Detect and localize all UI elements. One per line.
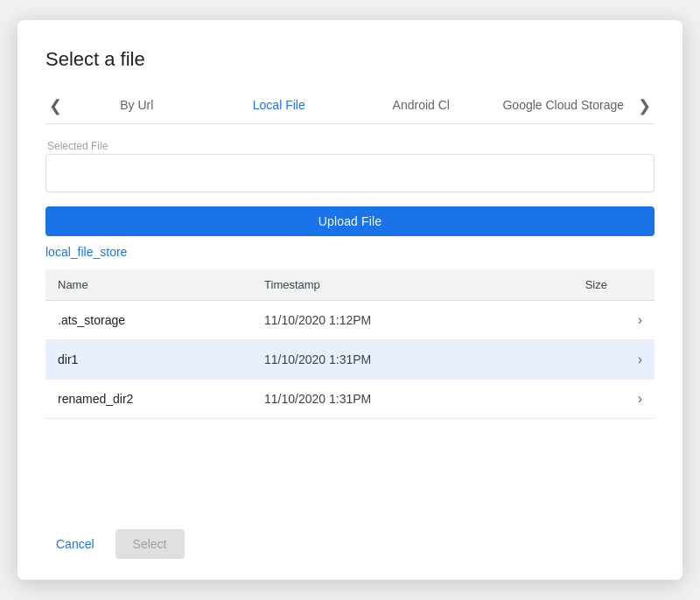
folder-link[interactable]: local_file_store <box>46 245 654 259</box>
table-row[interactable]: dir111/10/2020 1:31PM› <box>46 340 654 380</box>
dialog: Select a file ❮ By UrlLocal FileAndroid … <box>18 20 682 580</box>
tab-next-button[interactable]: ❯ <box>634 88 654 123</box>
table-row[interactable]: .ats_storage11/10/2020 1:12PM› <box>46 301 654 340</box>
row-size <box>523 380 620 419</box>
row-name: dir1 <box>46 340 252 380</box>
row-name: renamed_dir2 <box>46 380 252 419</box>
selected-file-input[interactable] <box>46 154 654 192</box>
row-chevron-icon[interactable]: › <box>620 340 654 380</box>
row-timestamp: 11/10/2020 1:31PM <box>252 340 523 380</box>
row-size <box>523 340 620 380</box>
tabs-row: ❮ By UrlLocal FileAndroid ClGoogle Cloud… <box>46 88 654 124</box>
cancel-button[interactable]: Cancel <box>46 530 105 558</box>
selected-file-label: Selected File <box>47 140 654 152</box>
tab-local-file[interactable]: Local File <box>208 89 351 123</box>
file-section: Selected File <box>46 140 654 206</box>
row-size <box>523 301 620 340</box>
table-body: .ats_storage11/10/2020 1:12PM›dir111/10/… <box>46 301 654 419</box>
file-table: NameTimestampSize .ats_storage11/10/2020… <box>46 269 654 419</box>
table-row[interactable]: renamed_dir211/10/2020 1:31PM› <box>46 380 654 419</box>
dialog-footer: Cancel Select <box>46 508 654 559</box>
row-chevron-icon[interactable]: › <box>620 380 654 419</box>
upload-file-button[interactable]: Upload File <box>46 206 654 236</box>
tab-by-url[interactable]: By Url <box>66 89 208 123</box>
tabs-container: By UrlLocal FileAndroid ClGoogle Cloud S… <box>66 89 634 123</box>
table-header: NameTimestampSize <box>46 269 654 301</box>
row-name: .ats_storage <box>46 301 252 340</box>
select-button[interactable]: Select <box>116 529 185 559</box>
col-header-timestamp: Timestamp <box>252 269 523 301</box>
col-header-name: Name <box>46 269 252 301</box>
tab-google-cloud-storage[interactable]: Google Cloud Storage <box>493 89 635 123</box>
col-header-action <box>620 269 654 301</box>
dialog-title: Select a file <box>46 48 654 71</box>
row-timestamp: 11/10/2020 1:31PM <box>252 380 523 419</box>
tab-android-cl[interactable]: Android Cl <box>350 89 493 123</box>
tab-prev-button[interactable]: ❮ <box>46 88 66 123</box>
col-header-size: Size <box>523 269 620 301</box>
row-chevron-icon[interactable]: › <box>620 301 654 340</box>
row-timestamp: 11/10/2020 1:12PM <box>252 301 523 340</box>
